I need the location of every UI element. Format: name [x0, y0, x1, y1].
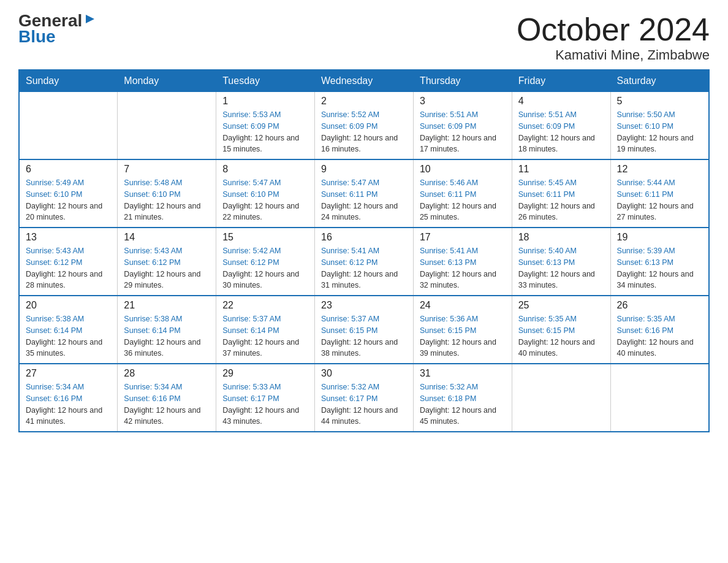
sunset-text: Sunset: 6:11 PM — [321, 190, 377, 199]
day-number: 26 — [617, 300, 702, 311]
sunrise-text: Sunrise: 5:32 AM — [420, 383, 478, 391]
calendar-cell — [19, 92, 118, 160]
calendar-cell: 13Sunrise: 5:43 AMSunset: 6:12 PMDayligh… — [19, 228, 118, 296]
sunrise-text: Sunrise: 5:43 AM — [124, 247, 182, 255]
sunrise-text: Sunrise: 5:34 AM — [26, 383, 84, 391]
day-header-wednesday: Wednesday — [315, 70, 414, 92]
logo-arrow-icon — [83, 12, 97, 26]
location-title: Kamativi Mine, Zimbabwe — [517, 47, 710, 63]
daylight-text: Daylight: 12 hours and 16 minutes. — [321, 134, 398, 154]
day-number: 6 — [26, 164, 111, 175]
day-number: 14 — [124, 232, 210, 243]
day-sun-info: Sunrise: 5:41 AMSunset: 6:13 PMDaylight:… — [420, 245, 506, 291]
calendar-cell: 11Sunrise: 5:45 AMSunset: 6:11 PMDayligh… — [512, 159, 610, 228]
calendar-week-row: 6Sunrise: 5:49 AMSunset: 6:10 PMDaylight… — [19, 159, 709, 228]
day-sun-info: Sunrise: 5:52 AMSunset: 6:09 PMDaylight:… — [321, 109, 407, 155]
daylight-text: Daylight: 12 hours and 27 minutes. — [617, 202, 694, 222]
sunset-text: Sunset: 6:11 PM — [617, 190, 673, 199]
sunrise-text: Sunrise: 5:34 AM — [124, 383, 182, 391]
sunset-text: Sunset: 6:13 PM — [518, 258, 575, 267]
daylight-text: Daylight: 12 hours and 39 minutes. — [420, 338, 496, 358]
day-number: 3 — [420, 96, 506, 107]
day-sun-info: Sunrise: 5:47 AMSunset: 6:11 PMDaylight:… — [321, 177, 407, 223]
logo-blue: Blue — [18, 27, 56, 47]
daylight-text: Daylight: 12 hours and 18 minutes. — [518, 134, 595, 154]
day-header-monday: Monday — [118, 70, 216, 92]
calendar-week-row: 20Sunrise: 5:38 AMSunset: 6:14 PMDayligh… — [19, 296, 709, 364]
sunrise-text: Sunrise: 5:51 AM — [518, 110, 577, 119]
calendar-table: SundayMondayTuesdayWednesdayThursdayFrid… — [18, 69, 710, 432]
sunset-text: Sunset: 6:10 PM — [617, 122, 673, 131]
day-sun-info: Sunrise: 5:44 AMSunset: 6:11 PMDaylight:… — [617, 177, 702, 223]
day-sun-info: Sunrise: 5:36 AMSunset: 6:15 PMDaylight:… — [420, 313, 506, 359]
day-sun-info: Sunrise: 5:32 AMSunset: 6:18 PMDaylight:… — [420, 381, 506, 427]
calendar-cell: 14Sunrise: 5:43 AMSunset: 6:12 PMDayligh… — [118, 228, 216, 296]
sunset-text: Sunset: 6:15 PM — [420, 326, 476, 335]
calendar-cell: 1Sunrise: 5:53 AMSunset: 6:09 PMDaylight… — [216, 92, 315, 160]
day-number: 30 — [321, 368, 407, 379]
daylight-text: Daylight: 12 hours and 19 minutes. — [617, 134, 694, 154]
day-sun-info: Sunrise: 5:35 AMSunset: 6:16 PMDaylight:… — [617, 313, 702, 359]
day-number: 18 — [518, 232, 604, 243]
day-number: 16 — [321, 232, 407, 243]
sunset-text: Sunset: 6:10 PM — [26, 190, 82, 199]
day-number: 9 — [321, 164, 407, 175]
sunrise-text: Sunrise: 5:38 AM — [26, 315, 84, 323]
calendar-cell: 20Sunrise: 5:38 AMSunset: 6:14 PMDayligh… — [19, 296, 118, 364]
calendar-cell: 24Sunrise: 5:36 AMSunset: 6:15 PMDayligh… — [413, 296, 512, 364]
sunset-text: Sunset: 6:12 PM — [222, 258, 279, 267]
day-header-tuesday: Tuesday — [216, 70, 315, 92]
sunset-text: Sunset: 6:14 PM — [26, 326, 82, 335]
day-sun-info: Sunrise: 5:47 AMSunset: 6:10 PMDaylight:… — [222, 177, 308, 223]
calendar-week-row: 13Sunrise: 5:43 AMSunset: 6:12 PMDayligh… — [19, 228, 709, 296]
sunset-text: Sunset: 6:09 PM — [420, 122, 476, 131]
day-number: 12 — [617, 164, 702, 175]
calendar-cell: 18Sunrise: 5:40 AMSunset: 6:13 PMDayligh… — [512, 228, 610, 296]
daylight-text: Daylight: 12 hours and 33 minutes. — [518, 270, 595, 290]
calendar-cell: 28Sunrise: 5:34 AMSunset: 6:16 PMDayligh… — [118, 364, 216, 432]
sunrise-text: Sunrise: 5:52 AM — [321, 110, 379, 119]
day-header-thursday: Thursday — [413, 70, 512, 92]
calendar-cell: 26Sunrise: 5:35 AMSunset: 6:16 PMDayligh… — [610, 296, 709, 364]
sunrise-text: Sunrise: 5:46 AM — [420, 178, 478, 187]
calendar-cell: 31Sunrise: 5:32 AMSunset: 6:18 PMDayligh… — [413, 364, 512, 432]
day-number: 11 — [518, 164, 604, 175]
sunrise-text: Sunrise: 5:37 AM — [222, 315, 281, 323]
sunset-text: Sunset: 6:14 PM — [124, 326, 180, 335]
sunset-text: Sunset: 6:13 PM — [617, 258, 673, 267]
day-header-friday: Friday — [512, 70, 610, 92]
sunrise-text: Sunrise: 5:53 AM — [222, 110, 281, 119]
calendar-cell: 29Sunrise: 5:33 AMSunset: 6:17 PMDayligh… — [216, 364, 315, 432]
calendar-cell: 9Sunrise: 5:47 AMSunset: 6:11 PMDaylight… — [315, 159, 414, 228]
day-number: 25 — [518, 300, 604, 311]
daylight-text: Daylight: 12 hours and 31 minutes. — [321, 270, 398, 290]
sunrise-text: Sunrise: 5:33 AM — [222, 383, 281, 391]
day-number: 24 — [420, 300, 506, 311]
sunrise-text: Sunrise: 5:32 AM — [321, 383, 379, 391]
sunrise-text: Sunrise: 5:36 AM — [420, 315, 478, 323]
calendar-cell: 21Sunrise: 5:38 AMSunset: 6:14 PMDayligh… — [118, 296, 216, 364]
sunset-text: Sunset: 6:16 PM — [124, 394, 180, 403]
daylight-text: Daylight: 12 hours and 41 minutes. — [26, 406, 102, 426]
title-block: October 2024 Kamativi Mine, Zimbabwe — [517, 12, 710, 63]
day-sun-info: Sunrise: 5:43 AMSunset: 6:12 PMDaylight:… — [124, 245, 210, 291]
calendar-cell: 10Sunrise: 5:46 AMSunset: 6:11 PMDayligh… — [413, 159, 512, 228]
daylight-text: Daylight: 12 hours and 36 minutes. — [124, 338, 200, 358]
sunrise-text: Sunrise: 5:44 AM — [617, 178, 675, 187]
sunset-text: Sunset: 6:15 PM — [321, 326, 377, 335]
day-sun-info: Sunrise: 5:50 AMSunset: 6:10 PMDaylight:… — [617, 109, 702, 155]
daylight-text: Daylight: 12 hours and 45 minutes. — [420, 406, 496, 426]
day-sun-info: Sunrise: 5:45 AMSunset: 6:11 PMDaylight:… — [518, 177, 604, 223]
sunset-text: Sunset: 6:15 PM — [518, 326, 575, 335]
day-sun-info: Sunrise: 5:39 AMSunset: 6:13 PMDaylight:… — [617, 245, 702, 291]
day-number: 28 — [124, 368, 210, 379]
sunset-text: Sunset: 6:16 PM — [617, 326, 673, 335]
calendar-cell: 25Sunrise: 5:35 AMSunset: 6:15 PMDayligh… — [512, 296, 610, 364]
sunrise-text: Sunrise: 5:37 AM — [321, 315, 379, 323]
sunset-text: Sunset: 6:13 PM — [420, 258, 476, 267]
day-sun-info: Sunrise: 5:51 AMSunset: 6:09 PMDaylight:… — [420, 109, 506, 155]
daylight-text: Daylight: 12 hours and 38 minutes. — [321, 338, 398, 358]
daylight-text: Daylight: 12 hours and 25 minutes. — [420, 202, 496, 222]
calendar-cell — [512, 364, 610, 432]
sunset-text: Sunset: 6:14 PM — [222, 326, 279, 335]
